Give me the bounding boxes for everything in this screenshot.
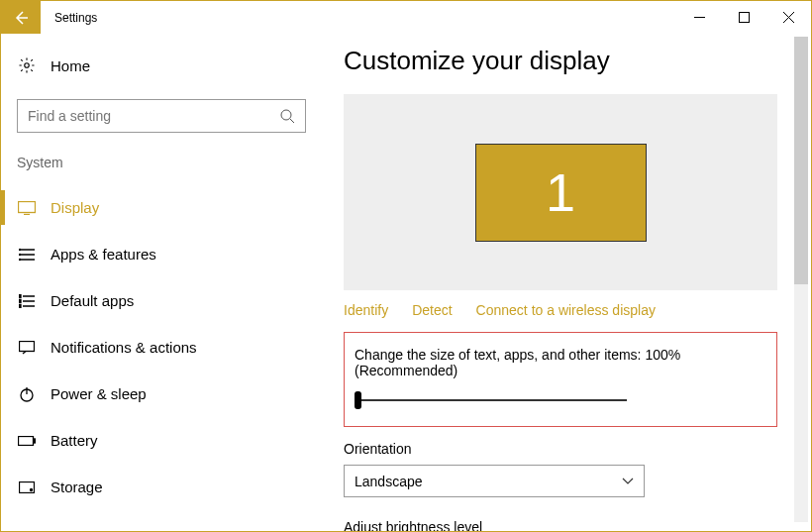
- monitor-1[interactable]: 1: [475, 144, 647, 242]
- nav-label: Default apps: [51, 292, 134, 309]
- default-apps-icon: [17, 294, 37, 308]
- nav-label: Battery: [51, 432, 98, 449]
- scrollbar-thumb[interactable]: [794, 37, 808, 284]
- close-button[interactable]: [766, 1, 811, 34]
- search-input[interactable]: [28, 108, 280, 124]
- back-button[interactable]: [1, 1, 41, 34]
- power-icon: [17, 386, 37, 402]
- nav-list: Display Apps & features Default apps Not…: [1, 184, 320, 510]
- nav-item-storage[interactable]: Storage: [1, 464, 320, 510]
- brightness-label: Adjust brightness level: [344, 519, 781, 531]
- slider-thumb[interactable]: [355, 391, 361, 409]
- search-icon: [280, 109, 295, 124]
- display-links: Identify Detect Connect to a wireless di…: [344, 302, 781, 318]
- nav-label: Power & sleep: [51, 385, 147, 402]
- display-icon: [17, 201, 37, 215]
- storage-icon: [17, 481, 37, 493]
- nav-label: Apps & features: [51, 246, 156, 263]
- svg-point-6: [20, 259, 21, 260]
- main-content: Customize your display 1 Identify Detect…: [320, 34, 811, 531]
- scale-label: Change the size of text, apps, and other…: [355, 347, 766, 378]
- svg-rect-3: [19, 201, 36, 212]
- svg-rect-7: [19, 294, 21, 297]
- notifications-icon: [17, 341, 37, 355]
- nav-item-default-apps[interactable]: Default apps: [1, 277, 320, 324]
- display-preview[interactable]: 1: [344, 94, 777, 290]
- svg-rect-0: [740, 13, 750, 23]
- maximize-button[interactable]: [722, 1, 766, 34]
- connect-wireless-link[interactable]: Connect to a wireless display: [476, 302, 656, 318]
- orientation-dropdown[interactable]: Landscape: [344, 465, 645, 497]
- page-title: Customize your display: [344, 46, 781, 76]
- svg-rect-9: [19, 304, 21, 307]
- close-icon: [783, 12, 794, 23]
- apps-icon: [17, 248, 37, 262]
- orientation-value: Landscape: [355, 474, 423, 489]
- svg-rect-12: [19, 436, 34, 445]
- titlebar: Settings: [1, 1, 811, 34]
- window-title: Settings: [54, 11, 97, 25]
- window-controls: [677, 1, 811, 34]
- scale-section: Change the size of text, apps, and other…: [344, 332, 777, 427]
- nav-label: Display: [51, 199, 99, 216]
- identify-link[interactable]: Identify: [344, 302, 388, 318]
- scale-slider[interactable]: [355, 394, 627, 406]
- nav-label: Storage: [51, 479, 103, 495]
- detect-link[interactable]: Detect: [412, 302, 452, 318]
- svg-rect-8: [19, 299, 21, 302]
- nav-item-battery[interactable]: Battery: [1, 417, 320, 464]
- nav-item-apps[interactable]: Apps & features: [1, 231, 320, 277]
- nav-label: Notifications & actions: [51, 339, 197, 356]
- svg-point-15: [31, 488, 33, 490]
- svg-rect-13: [34, 439, 36, 443]
- nav-item-notifications[interactable]: Notifications & actions: [1, 324, 320, 371]
- orientation-label: Orientation: [344, 441, 781, 457]
- gear-icon: [17, 56, 37, 74]
- svg-point-1: [25, 63, 30, 68]
- svg-point-4: [20, 249, 21, 250]
- battery-icon: [17, 436, 37, 446]
- minimize-button[interactable]: [677, 1, 722, 34]
- nav-item-display[interactable]: Display: [1, 184, 320, 231]
- category-label: System: [17, 155, 320, 170]
- chevron-down-icon: [622, 478, 634, 485]
- minimize-icon: [694, 12, 705, 23]
- home-label: Home: [51, 57, 90, 74]
- back-arrow-icon: [12, 9, 30, 27]
- search-box[interactable]: [17, 99, 306, 133]
- slider-track: [358, 399, 627, 401]
- svg-point-5: [20, 254, 21, 255]
- scrollbar[interactable]: [794, 37, 808, 522]
- nav-item-power[interactable]: Power & sleep: [1, 371, 320, 417]
- svg-rect-10: [20, 341, 35, 351]
- home-link[interactable]: Home: [17, 46, 320, 85]
- sidebar: Home System Display Apps & features Defa…: [1, 34, 320, 531]
- maximize-icon: [739, 12, 750, 23]
- svg-point-2: [281, 110, 291, 120]
